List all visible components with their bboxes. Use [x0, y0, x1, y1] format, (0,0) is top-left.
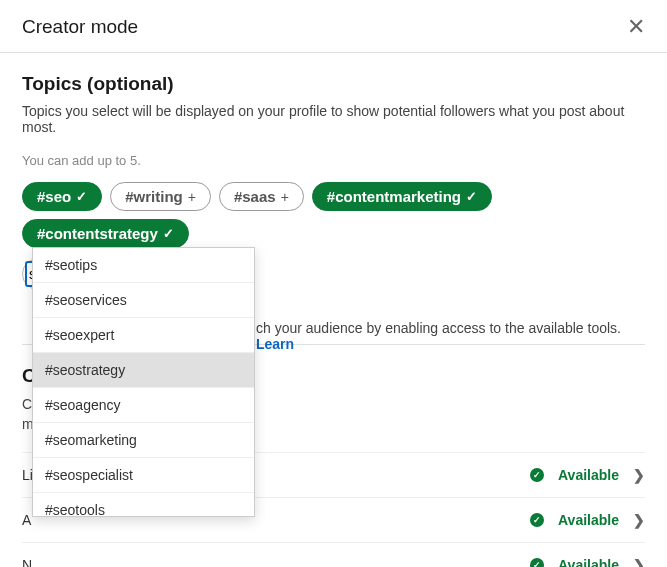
topic-chip-seo[interactable]: #seo ✓: [22, 182, 102, 211]
topics-description: Topics you select will be displayed on y…: [22, 103, 645, 135]
topic-chip-contentstrategy[interactable]: #contentstrategy ✓: [22, 219, 189, 248]
close-button[interactable]: ✕: [627, 16, 645, 38]
dropdown-item[interactable]: #seoagency: [33, 388, 254, 423]
check-circle-icon: ✓: [530, 558, 544, 567]
dropdown-item[interactable]: #seoexpert: [33, 318, 254, 353]
topic-chip-writing[interactable]: #writing +: [110, 182, 211, 211]
dropdown-item[interactable]: #seoservices: [33, 283, 254, 318]
dropdown-item[interactable]: #seospecialist: [33, 458, 254, 493]
modal-title: Creator mode: [22, 16, 138, 38]
tool-row[interactable]: N ✓ Available ❯: [22, 542, 645, 567]
chevron-right-icon: ❯: [633, 557, 645, 567]
dropdown-item[interactable]: #seotools: [33, 493, 254, 517]
chip-label: #contentstrategy: [37, 225, 158, 242]
learn-more-link[interactable]: Learn: [256, 336, 294, 352]
chip-label: #saas: [234, 188, 276, 205]
chevron-right-icon: ❯: [633, 512, 645, 528]
check-circle-icon: ✓: [530, 468, 544, 482]
topic-chips: #seo ✓ #writing + #saas + #contentmarket…: [22, 182, 645, 248]
topic-suggestions-dropdown[interactable]: #seotips #seoservices #seoexpert #seostr…: [32, 247, 255, 517]
chip-label: #writing: [125, 188, 183, 205]
tool-label: A: [22, 512, 31, 528]
topics-limit: You can add up to 5.: [22, 153, 645, 168]
tools-desc-visible: ch your audience by enabling access to t…: [256, 320, 646, 352]
plus-icon: +: [188, 189, 196, 205]
chip-label: #seo: [37, 188, 71, 205]
tool-status: ✓ Available ❯: [530, 557, 645, 567]
dropdown-item[interactable]: #seotips: [33, 248, 254, 283]
check-icon: ✓: [466, 189, 477, 204]
chevron-right-icon: ❯: [633, 467, 645, 483]
close-icon: ✕: [627, 14, 645, 39]
check-icon: ✓: [76, 189, 87, 204]
check-circle-icon: ✓: [530, 513, 544, 527]
tool-status: ✓ Available ❯: [530, 467, 645, 483]
dropdown-item[interactable]: #seomarketing: [33, 423, 254, 458]
tool-label: N: [22, 557, 32, 567]
topics-title: Topics (optional): [22, 73, 645, 95]
dropdown-item[interactable]: #seostrategy: [33, 353, 254, 388]
modal-header: Creator mode ✕: [0, 0, 667, 53]
check-icon: ✓: [163, 226, 174, 241]
tool-status: ✓ Available ❯: [530, 512, 645, 528]
topic-chip-contentmarketing[interactable]: #contentmarketing ✓: [312, 182, 492, 211]
plus-icon: +: [281, 189, 289, 205]
topic-chip-saas[interactable]: #saas +: [219, 182, 304, 211]
chip-label: #contentmarketing: [327, 188, 461, 205]
